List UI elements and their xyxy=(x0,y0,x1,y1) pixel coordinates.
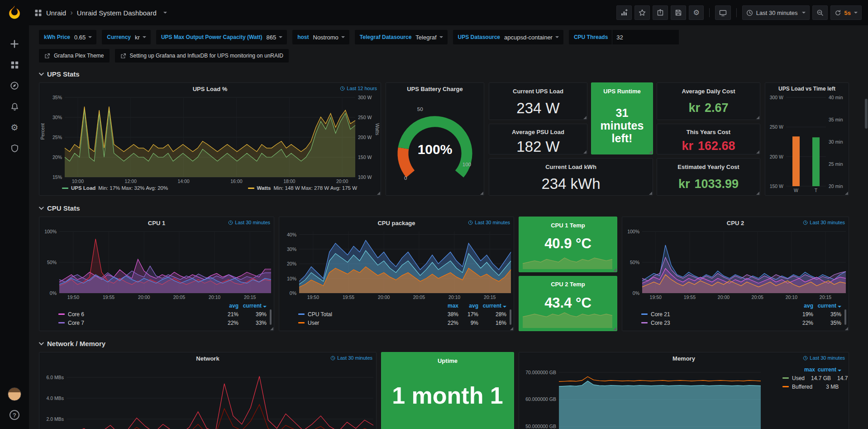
time-range-badge[interactable]: Last 30 minutes xyxy=(803,355,845,361)
save-button[interactable] xyxy=(671,5,686,20)
panel-title[interactable]: CPU 1 Temp xyxy=(551,222,585,229)
cpu-threads-input[interactable]: 32 xyxy=(612,30,679,44)
zoom-out-button[interactable] xyxy=(812,5,828,20)
variable-ups-max-output[interactable]: UPS Max Output Power Capacity (Watt) 865 xyxy=(156,30,287,44)
panel-title[interactable]: Uptime xyxy=(438,357,458,364)
dashboard-settings-button[interactable]: ⚙ xyxy=(689,5,703,20)
variable-value[interactable]: 0.65 xyxy=(74,34,96,41)
breadcrumb-dashboard-title[interactable]: Unraid System Dashboard xyxy=(77,9,157,17)
network-chart[interactable]: 2.0 MBs4.0 MBs6.0 MBs xyxy=(39,364,376,429)
time-range-badge[interactable]: Last 30 minutes xyxy=(468,220,510,225)
variable-cpu-threads[interactable]: CPU Threads 32 xyxy=(569,30,679,44)
legend-table: avgcurrent Core 21 19%35% Core 23 22%35% xyxy=(622,300,849,329)
panel-title[interactable]: CPU 1 xyxy=(148,220,165,227)
time-range-badge[interactable]: Last 30 minutes xyxy=(803,220,845,225)
explore-button[interactable] xyxy=(5,75,24,96)
legend-row[interactable]: Buffered 3 MB3 MB xyxy=(782,382,841,391)
chevron-down-icon xyxy=(39,71,44,76)
variable-ups-datasource[interactable]: UPS Datasource apcupsd-container xyxy=(453,30,563,44)
legend-col-header[interactable]: current xyxy=(238,303,267,309)
ups-load-vs-time-chart[interactable]: 150 W200 W250 W300 W20 min25 min30 min35… xyxy=(765,95,849,193)
legend-col-header[interactable]: current xyxy=(478,303,506,309)
help-button[interactable]: ? xyxy=(5,405,24,425)
variable-telegraf-datasource[interactable]: Telegraf Datasource Telegraf xyxy=(355,30,448,44)
panel-title[interactable]: CPU package xyxy=(377,220,415,227)
panel-title[interactable]: UPS Load % xyxy=(193,86,228,92)
panel-title[interactable]: UPS Runtime xyxy=(603,88,640,95)
alerting-button[interactable] xyxy=(5,96,24,117)
legend-row[interactable]: Core 23 22%35% xyxy=(641,318,841,327)
section-cpu-stats[interactable]: CPU Stats xyxy=(39,201,849,215)
legend-scrollbar[interactable] xyxy=(844,309,846,325)
legend-row[interactable]: Used 14.7 GB14.7 GB xyxy=(782,374,841,382)
panel-title[interactable]: UPS Battery Charge xyxy=(407,86,463,92)
refresh-picker[interactable]: 5s xyxy=(830,5,862,20)
legend-col-header[interactable]: avg xyxy=(214,303,238,309)
battery-gauge[interactable]: 100% 0 50 100 xyxy=(391,95,479,193)
panel-title[interactable]: Memory xyxy=(672,355,695,362)
time-range-badge[interactable]: Last 12 hours xyxy=(340,86,377,91)
variable-kwh-price[interactable]: kWh Price 0.65 xyxy=(39,30,96,44)
legend-row[interactable]: Core 7 22%33% xyxy=(58,318,267,327)
variable-host[interactable]: host Nostromo xyxy=(292,30,349,44)
link-ups-monitoring-guide[interactable]: Setting up Grafana and InfluxDB for UPS … xyxy=(115,49,289,63)
variable-value[interactable]: kr xyxy=(135,34,151,41)
panel-title[interactable]: CPU 2 Temp xyxy=(551,281,585,288)
time-range-badge[interactable]: Last 30 minutes xyxy=(228,220,270,225)
memory-chart[interactable]: 50.000000 GB60.000000 GB70.000000 GB xyxy=(519,364,763,429)
panel-title[interactable]: Average Daily Cost xyxy=(682,88,735,95)
add-panel-button[interactable] xyxy=(616,5,632,20)
grafana-logo[interactable] xyxy=(6,5,23,22)
section-network-memory[interactable]: Network / Memory xyxy=(39,337,849,350)
legend-row[interactable]: Core 21 19%35% xyxy=(641,310,841,318)
panel-title[interactable]: Current Load kWh xyxy=(545,164,596,170)
legend-scrollbar[interactable] xyxy=(510,309,511,325)
variable-value[interactable]: Nostromo xyxy=(313,34,349,41)
server-admin-button[interactable] xyxy=(5,138,24,159)
panel-title[interactable]: UPS Load vs Time left xyxy=(778,86,835,92)
dashboard-caret-icon[interactable] xyxy=(163,12,167,14)
page-scrollbar[interactable] xyxy=(865,99,868,129)
legend-col-header[interactable]: max xyxy=(789,366,815,373)
legend-col-header[interactable]: max xyxy=(436,303,458,309)
variable-value[interactable]: apcupsd-container xyxy=(504,34,563,41)
star-button[interactable] xyxy=(634,5,650,20)
apps-grid-icon[interactable] xyxy=(34,9,42,17)
legend-col-header[interactable]: current xyxy=(813,303,841,309)
breadcrumb-folder[interactable]: Unraid xyxy=(46,9,66,17)
series-color-swatch xyxy=(641,313,648,315)
link-grafana-plex-theme[interactable]: Grafana Plex Theme xyxy=(39,49,110,63)
cpu2-chart[interactable]: 0%50%100%19:5019:5520:0020:0520:1020:15 xyxy=(622,229,849,300)
legend-col-header[interactable]: avg xyxy=(458,303,478,309)
time-range-picker[interactable]: Last 30 minutes xyxy=(742,5,810,20)
time-range-badge[interactable]: Last 30 minutes xyxy=(330,355,372,361)
dashboards-button[interactable] xyxy=(5,54,24,75)
panel-title[interactable]: This Years Cost xyxy=(687,129,730,135)
legend-row[interactable]: User 22%9%16% xyxy=(298,318,506,327)
cycle-view-button[interactable] xyxy=(715,5,731,20)
clock-icon xyxy=(468,220,473,225)
legend-row[interactable]: Core 6 21%39% xyxy=(58,310,267,318)
panel-title[interactable]: Network xyxy=(196,355,219,362)
legend-col-header[interactable]: current xyxy=(815,366,841,373)
variable-value[interactable]: Telegraf xyxy=(415,34,447,41)
panel-title[interactable]: Average PSU Load xyxy=(512,129,564,135)
share-button[interactable] xyxy=(653,5,668,20)
panel-title[interactable]: CPU 2 xyxy=(727,220,744,227)
panel-title[interactable]: Current UPS Load xyxy=(513,88,563,95)
legend-row[interactable]: CPU Total 38%17%28% xyxy=(298,310,506,318)
user-profile-button[interactable] xyxy=(5,384,24,405)
legend-scrollbar[interactable] xyxy=(270,309,272,325)
section-ups-stats[interactable]: UPS Stats xyxy=(39,67,849,81)
panel-title[interactable]: Estimated Yearly Cost xyxy=(677,164,739,170)
legend-item[interactable]: UPS Load Min: 17% Max: 32% Avg: 20% xyxy=(62,185,168,191)
variable-currency[interactable]: Currency kr xyxy=(102,30,151,44)
legend-item[interactable]: Watts Min: 148 W Max: 278 W Avg: 175 W xyxy=(248,185,357,191)
create-button[interactable] xyxy=(5,34,24,54)
ups-load-chart[interactable]: Percent Watts 15%20%25%30%35%100 W150 W2… xyxy=(39,95,381,184)
cpu-package-chart[interactable]: 0%10%20%30%40%19:5019:5520:0020:0520:102… xyxy=(279,229,514,300)
cpu1-chart[interactable]: 0%50%100%19:5019:5520:0020:0520:1020:15 xyxy=(39,229,274,300)
variable-value[interactable]: 865 xyxy=(266,34,287,41)
legend-col-header[interactable]: avg xyxy=(789,303,813,309)
configuration-button[interactable]: ⚙ xyxy=(5,117,24,138)
